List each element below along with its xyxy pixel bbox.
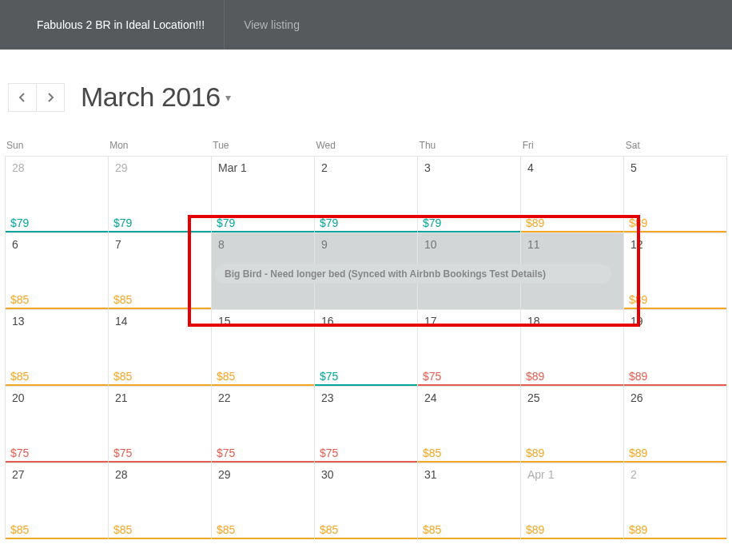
day-price: $75 — [423, 370, 441, 383]
day-price: $85 — [113, 293, 132, 306]
day-number: 28 — [12, 161, 25, 174]
calendar-day[interactable]: 28$85 — [109, 463, 212, 539]
calendar-day[interactable]: 16$75 — [315, 309, 418, 386]
day-number: 29 — [115, 161, 128, 174]
day-price: $75 — [217, 447, 235, 459]
calendar-day[interactable]: 22$75 — [212, 386, 315, 463]
calendar-day[interactable]: 12$89 — [624, 232, 727, 309]
day-price: $75 — [10, 447, 29, 459]
calendar-day[interactable]: Apr 1$89 — [521, 463, 624, 539]
calendar-day[interactable]: 5$89 — [624, 156, 727, 232]
weekday-label: Mon — [108, 137, 211, 156]
weekday-label: Wed — [314, 137, 417, 156]
day-price: $85 — [113, 523, 132, 536]
topbar: Fabulous 2 BR in Ideal Location!!! View … — [0, 0, 732, 50]
calendar-day[interactable]: 25$89 — [521, 386, 624, 463]
day-number: 18 — [527, 315, 540, 328]
calendar-day[interactable]: 26$89 — [624, 386, 727, 463]
weekday-label: Thu — [418, 137, 521, 156]
calendar-day[interactable]: 24$85 — [418, 386, 521, 463]
price-underline — [521, 538, 623, 539]
day-number: 10 — [424, 238, 437, 251]
booking-event[interactable]: Big Bird - Need longer bed (Synced with … — [215, 264, 611, 284]
calendar-day[interactable]: 20$75 — [6, 386, 109, 463]
calendar-day[interactable]: 2$79 — [315, 156, 418, 232]
day-price: $85 — [217, 523, 235, 536]
day-number: 22 — [218, 391, 231, 404]
calendar-day[interactable]: 28$79 — [6, 156, 109, 232]
day-number: Apr 1 — [527, 468, 554, 481]
day-number: 11 — [527, 238, 540, 251]
price-underline — [212, 538, 314, 539]
calendar-grid: 28$7929$79Mar 1$792$793$794$895$896$857$… — [5, 156, 727, 539]
day-number: 15 — [218, 315, 231, 328]
day-price: $75 — [320, 447, 338, 459]
day-price: $79 — [10, 216, 29, 229]
day-number: 21 — [115, 391, 128, 404]
day-price: $85 — [423, 447, 441, 459]
calendar-day[interactable]: 29$79 — [109, 156, 212, 232]
day-number: 25 — [527, 391, 540, 404]
day-price: $89 — [629, 293, 647, 306]
calendar-day[interactable]: 17$75 — [418, 309, 521, 386]
day-price: $75 — [113, 447, 132, 459]
day-price: $79 — [113, 216, 132, 229]
day-number: 2 — [631, 468, 637, 481]
day-price: $85 — [113, 370, 132, 383]
day-number: 7 — [115, 238, 121, 251]
day-number: 2 — [321, 161, 328, 174]
calendar-day[interactable]: 18$89 — [521, 309, 624, 386]
day-number: 6 — [12, 238, 18, 251]
day-price: $89 — [629, 216, 647, 229]
next-month-button[interactable] — [36, 83, 65, 112]
calendar: Sun Mon Tue Wed Thu Fri Sat 28$7929$79Ma… — [5, 137, 727, 539]
calendar-day[interactable]: 4$89 — [521, 156, 624, 232]
calendar-day[interactable]: 30$85 — [315, 463, 418, 539]
day-price: $75 — [320, 370, 338, 383]
price-underline — [418, 538, 520, 539]
weekday-label: Tue — [211, 137, 314, 156]
calendar-day[interactable]: 14$85 — [109, 309, 212, 386]
calendar-day[interactable]: 27$85 — [6, 463, 109, 539]
calendar-day[interactable]: 19$89 — [624, 309, 727, 386]
view-listing-link[interactable]: View listing — [225, 0, 319, 50]
calendar-day[interactable]: 23$75 — [315, 386, 418, 463]
day-number: 28 — [115, 468, 128, 481]
day-number: 3 — [424, 161, 431, 174]
day-price: $89 — [629, 523, 647, 536]
day-price: $85 — [10, 293, 29, 306]
day-number: Mar 1 — [218, 161, 247, 174]
day-number: 5 — [631, 161, 637, 174]
calendar-day[interactable]: Mar 1$79 — [212, 156, 315, 232]
calendar-day[interactable]: 15$85 — [212, 309, 315, 386]
month-label: March 2016 — [81, 81, 221, 113]
day-number: 12 — [631, 238, 643, 251]
calendar-day[interactable]: 3$79 — [418, 156, 521, 232]
calendar-day[interactable]: 6$85 — [6, 232, 109, 309]
weekday-header: Sun Mon Tue Wed Thu Fri Sat — [5, 137, 727, 156]
day-price: $85 — [217, 370, 235, 383]
prev-month-button[interactable] — [8, 83, 37, 112]
calendar-day[interactable]: 2$89 — [624, 463, 727, 539]
caret-down-icon: ▾ — [225, 91, 231, 104]
day-number: 16 — [321, 315, 334, 328]
day-number: 31 — [424, 468, 437, 481]
calendar-day[interactable]: 13$85 — [6, 309, 109, 386]
day-number: 8 — [218, 238, 225, 251]
day-number: 9 — [321, 238, 328, 251]
weekday-label: Sat — [624, 137, 727, 156]
calendar-day[interactable]: 21$75 — [109, 386, 212, 463]
chevron-right-icon — [46, 93, 55, 102]
day-number: 24 — [424, 391, 437, 404]
day-number: 4 — [527, 161, 534, 174]
month-picker[interactable]: March 2016 ▾ — [81, 81, 230, 113]
listing-title[interactable]: Fabulous 2 BR in Ideal Location!!! — [18, 0, 225, 50]
day-number: 20 — [12, 391, 25, 404]
day-number: 14 — [115, 315, 128, 328]
calendar-day[interactable]: 31$85 — [418, 463, 521, 539]
calendar-day[interactable]: 7$85 — [109, 232, 212, 309]
day-price: $85 — [320, 523, 338, 536]
day-number: 27 — [12, 468, 25, 481]
calendar-day[interactable]: 29$85 — [212, 463, 315, 539]
price-underline — [109, 538, 211, 539]
